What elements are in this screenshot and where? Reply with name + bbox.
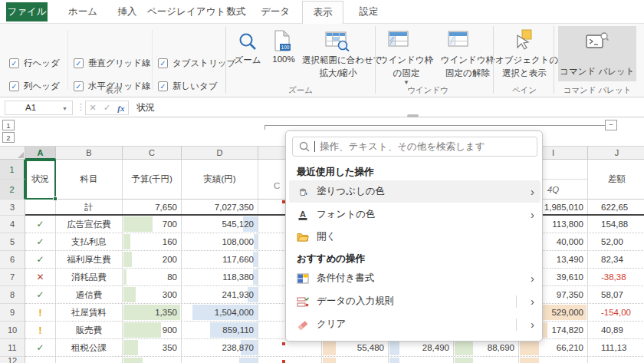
cell-A4[interactable]: ✓	[25, 216, 56, 233]
cell-C8[interactable]: 300	[123, 286, 182, 303]
cell-J11[interactable]: 111,13	[588, 339, 644, 356]
outline-collapse-button[interactable]: −	[605, 120, 617, 130]
row-header-8[interactable]: 8	[0, 286, 25, 304]
checkbox-tab-strip[interactable]: ✓ タブストリップ	[158, 58, 235, 69]
select-all-corner[interactable]	[0, 146, 25, 160]
checkbox-row-headers[interactable]: ✓ 行ヘッダ	[9, 58, 60, 69]
cell-D7[interactable]: 118,380	[182, 269, 258, 285]
cell-I12[interactable]	[519, 357, 588, 363]
cell-C10[interactable]: 900	[123, 322, 182, 338]
palette-item-clear-eraser[interactable]: クリア›	[289, 313, 540, 335]
cell-J10[interactable]: 40,89	[588, 322, 644, 338]
row-header-5[interactable]: 5	[0, 233, 25, 251]
row-header-3[interactable]: 3	[0, 200, 25, 216]
cell-C11[interactable]: 350	[123, 339, 182, 356]
cell-J4[interactable]: 154,88	[588, 216, 644, 233]
cell-F11[interactable]: 55,480	[322, 339, 389, 356]
row-header-9[interactable]: 9	[0, 304, 25, 322]
palette-item-data-validation[interactable]: データの入力規則›	[289, 290, 540, 312]
cell-D5[interactable]: 108,000	[182, 233, 258, 250]
row-header-10[interactable]: 10	[0, 322, 25, 339]
checkbox-vertical-gridlines[interactable]: ✓ 垂直グリッド線	[74, 58, 151, 69]
cell-B3[interactable]: 計	[56, 200, 123, 216]
cell-A10[interactable]: !	[25, 322, 56, 338]
row-header-12[interactable]: 12	[0, 357, 25, 363]
fill-handle[interactable]	[53, 196, 58, 201]
tab-data[interactable]: データ	[258, 0, 293, 23]
cell-D3[interactable]: 7,027,350	[182, 200, 258, 216]
tab-page-layout[interactable]: ページレイアウト	[147, 0, 213, 23]
command-palette-button[interactable]: コマンド パレット	[558, 26, 636, 81]
outline-level-2-button[interactable]: 2	[2, 132, 15, 143]
cell-J12[interactable]	[588, 357, 644, 363]
cell-I11[interactable]: 66,210	[519, 339, 588, 356]
row-header-11[interactable]: 11	[0, 339, 25, 357]
cell-J1-diff-header[interactable]: 差額	[588, 160, 644, 200]
cell-G11[interactable]: 28,490	[389, 339, 454, 356]
cell-D10[interactable]: 859,110	[182, 322, 258, 338]
cell-D1-actual-header[interactable]: 実績(円)	[182, 160, 258, 200]
tab-view-active[interactable]: 表示	[302, 1, 343, 24]
tab-file[interactable]: ファイル	[6, 2, 48, 21]
cell-J5[interactable]: 52,00	[588, 233, 644, 250]
tab-home[interactable]: ホーム	[64, 0, 101, 23]
cell-B7[interactable]: 消耗品費	[56, 269, 123, 285]
column-header-J[interactable]: J	[588, 146, 644, 160]
row-header-7[interactable]: 7	[0, 269, 25, 286]
cell-A8[interactable]: ✓	[25, 286, 56, 303]
palette-search-box[interactable]	[292, 137, 537, 157]
cell-D12[interactable]	[182, 357, 258, 363]
tab-insert[interactable]: 挿入	[112, 0, 143, 23]
outline-level-1-button[interactable]: 1	[2, 120, 15, 130]
cell-H12[interactable]	[454, 357, 519, 363]
cell-D8[interactable]: 241,930	[182, 286, 258, 303]
cell-B10[interactable]: 販売費	[56, 322, 123, 338]
cell-A5[interactable]: ✓	[25, 233, 56, 250]
row-header-4[interactable]: 4	[0, 216, 25, 233]
cell-D6[interactable]: 117,660	[182, 251, 258, 268]
cell-A1-status-header[interactable]: 状況	[25, 160, 56, 200]
cell-A12[interactable]	[25, 357, 56, 363]
cell-C3[interactable]: 7,650	[123, 200, 182, 216]
cell-C5[interactable]: 160	[123, 233, 182, 250]
cell-G12[interactable]	[389, 357, 454, 363]
row-header-1[interactable]: 1	[0, 160, 25, 180]
cell-B12[interactable]	[56, 357, 123, 363]
column-header-A[interactable]: A	[25, 146, 56, 160]
cell-C1-budget-header[interactable]: 予算(千円)	[123, 160, 182, 200]
cell-J7[interactable]: -38,38	[588, 269, 644, 285]
cell-A11[interactable]: ✓	[25, 339, 56, 356]
column-header-B[interactable]: B	[56, 146, 123, 160]
row-header-6[interactable]: 6	[0, 251, 25, 269]
palette-search-input[interactable]	[320, 141, 531, 152]
checkbox-col-headers[interactable]: ✓ 列ヘッダ	[9, 81, 60, 92]
cell-B4[interactable]: 広告宣伝費	[56, 216, 123, 233]
cancel-icon[interactable]: ✕	[90, 103, 97, 113]
formula-input[interactable]: 状況	[136, 101, 155, 114]
cell-A6[interactable]: ✓	[25, 251, 56, 268]
column-header-C[interactable]: C	[123, 146, 182, 160]
cell-B11[interactable]: 租税公課	[56, 339, 123, 356]
cell-C9[interactable]: 1,350	[123, 304, 182, 321]
cell-J8[interactable]: 58,07	[588, 286, 644, 303]
cell-B8[interactable]: 通信費	[56, 286, 123, 303]
cell-C12[interactable]	[123, 357, 182, 363]
enter-icon[interactable]: ✓	[104, 103, 110, 113]
cell-A7[interactable]: ✕	[25, 269, 56, 285]
cell-H11[interactable]: 88,690	[454, 339, 519, 356]
cell-C7[interactable]: 80	[123, 269, 182, 285]
cell-B9[interactable]: 社屋賃料	[56, 304, 123, 321]
row-header-2[interactable]: 2	[0, 180, 25, 200]
cell-C4[interactable]: 700	[123, 216, 182, 233]
cell-D11[interactable]: 238,870	[182, 339, 258, 356]
splitter-handle[interactable]	[407, 114, 419, 117]
cell-B5[interactable]: 支払利息	[56, 233, 123, 250]
tab-formulas[interactable]: 数式	[221, 0, 251, 23]
cell-C6[interactable]: 200	[123, 251, 182, 268]
cell-D4[interactable]: 545,120	[182, 216, 258, 233]
palette-item-open-folder[interactable]: 開く	[289, 226, 540, 248]
cell-F12[interactable]	[322, 357, 389, 363]
cell-B1-subject-header[interactable]: 科目	[56, 160, 123, 200]
cell-B6[interactable]: 福利厚生費	[56, 251, 123, 268]
palette-item-font-color[interactable]: Aフォントの色›	[289, 203, 540, 226]
